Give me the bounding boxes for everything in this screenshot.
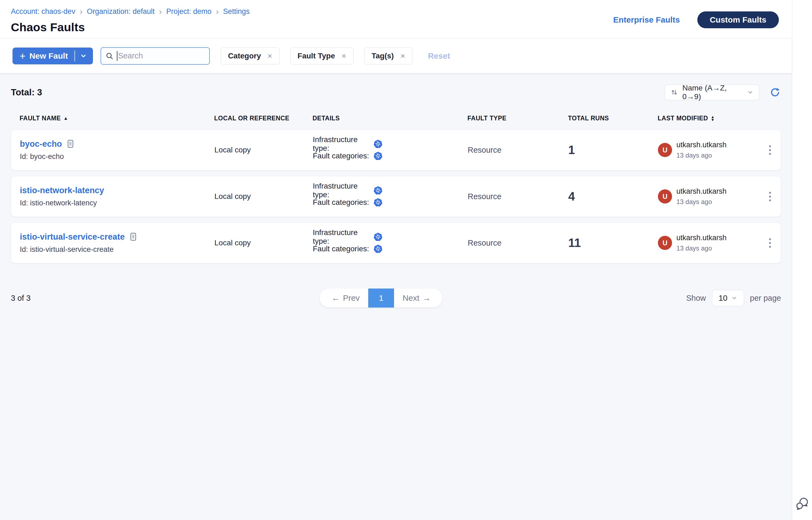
fault-categories-label: Fault categories: xyxy=(313,152,373,160)
refresh-icon[interactable] xyxy=(769,86,781,98)
next-page-button[interactable]: Next → xyxy=(394,288,443,308)
new-fault-label: New Fault xyxy=(29,51,68,60)
fault-categories-label: Fault categories: xyxy=(313,244,373,253)
sort-dropdown[interactable]: Name (A→Z, 0→9) xyxy=(665,84,759,100)
fault-id: Id: istio-network-latency xyxy=(20,199,214,207)
prev-page-button[interactable]: ← Prev xyxy=(320,288,368,308)
prev-label: Prev xyxy=(343,293,360,303)
custom-faults-button[interactable]: Custom Faults xyxy=(697,11,779,28)
fault-row: istio-network-latency Id: istio-network-… xyxy=(11,176,781,217)
page-size-select[interactable]: 10 xyxy=(712,290,744,306)
toolbar: + New Fault Category × Fault Type × xyxy=(0,38,792,73)
close-icon[interactable]: × xyxy=(341,52,347,60)
content-area: Total: 3 Name (A→Z, 0→9) FAULT NAME xyxy=(0,73,792,520)
next-label: Next xyxy=(403,293,419,303)
fault-name-cell: byoc-echo Id: byoc-echo xyxy=(20,139,214,161)
details-cell: Infrastructure type: Fault categories: xyxy=(313,138,468,162)
chevron-right-icon: › xyxy=(216,7,219,16)
search-box[interactable] xyxy=(101,47,210,64)
kebab-menu-icon[interactable] xyxy=(759,189,781,204)
local-or-reference-value: Local copy xyxy=(214,238,313,247)
description-icon[interactable] xyxy=(130,232,137,242)
breadcrumb-project[interactable]: Project: demo xyxy=(166,7,212,16)
filter-chip-tags[interactable]: Tag(s) × xyxy=(364,48,412,64)
fault-categories-label: Fault categories: xyxy=(313,198,373,207)
page: Account: chaos-dev › Organization: defau… xyxy=(0,0,812,520)
column-fault-type: FAULT TYPE xyxy=(467,115,568,122)
right-rail xyxy=(792,0,812,520)
fault-type-value: Resource xyxy=(468,238,568,248)
kubernetes-icon xyxy=(373,244,383,254)
total-runs-value: 1 xyxy=(568,143,658,157)
filter-chip-category[interactable]: Category × xyxy=(221,48,280,64)
chip-label: Category xyxy=(228,52,261,60)
avatar: U xyxy=(658,236,672,250)
column-last-modified[interactable]: LAST MODIFIED ▲▼ xyxy=(658,115,759,122)
per-page-label: per page xyxy=(750,294,781,303)
fault-name-link[interactable]: istio-virtual-service-create xyxy=(20,232,125,242)
close-icon[interactable]: × xyxy=(268,52,272,60)
kubernetes-icon xyxy=(373,151,383,161)
sort-value: Name (A→Z, 0→9) xyxy=(682,84,747,101)
fault-name-link[interactable]: byoc-echo xyxy=(20,139,62,149)
breadcrumb-organization[interactable]: Organization: default xyxy=(87,7,155,16)
chevron-down-icon xyxy=(747,89,754,96)
sort-both-icon: ▲▼ xyxy=(711,115,714,122)
details-cell: Infrastructure type: Fault categories: xyxy=(313,184,468,208)
arrow-left-icon: ← xyxy=(332,293,340,303)
column-local-or-reference: LOCAL OR REFERENCE xyxy=(214,115,312,122)
fault-id: Id: istio-virtual-service-create xyxy=(20,245,214,254)
filter-chip-fault-type[interactable]: Fault Type × xyxy=(290,48,354,64)
column-label: FAULT NAME xyxy=(20,115,61,122)
breadcrumb-account[interactable]: Account: chaos-dev xyxy=(11,7,75,16)
description-icon[interactable] xyxy=(67,139,74,149)
breadcrumb-settings[interactable]: Settings xyxy=(223,7,250,16)
details-cell: Infrastructure type: Fault categories: xyxy=(313,231,468,255)
pagination: 3 of 3 ← Prev 1 Next → xyxy=(11,288,781,308)
chevron-right-icon: › xyxy=(80,7,83,16)
kubernetes-icon xyxy=(373,198,383,207)
last-modified-cell: U utkarsh.utkarsh 13 days ago xyxy=(658,187,759,206)
infrastructure-type-label: Infrastructure type: xyxy=(313,228,373,245)
sort-updown-icon xyxy=(670,88,678,96)
close-icon[interactable]: × xyxy=(400,52,405,60)
kebab-menu-icon[interactable] xyxy=(759,236,781,251)
modified-by: utkarsh.utkarsh xyxy=(677,141,727,149)
new-fault-button[interactable]: + New Fault xyxy=(12,48,93,64)
infrastructure-type-label: Infrastructure type: xyxy=(313,182,373,199)
column-fault-name[interactable]: FAULT NAME ▲ xyxy=(20,115,214,122)
main-area: Account: chaos-dev › Organization: defau… xyxy=(0,0,792,520)
modified-by: utkarsh.utkarsh xyxy=(677,187,727,196)
page-size-value: 10 xyxy=(718,294,727,303)
chat-icon[interactable] xyxy=(795,497,809,511)
pagination-range: 3 of 3 xyxy=(11,294,76,303)
kubernetes-icon xyxy=(373,232,383,242)
column-label: LOCAL OR REFERENCE xyxy=(214,115,289,122)
enterprise-faults-link[interactable]: Enterprise Faults xyxy=(613,15,680,24)
chevron-down-icon[interactable] xyxy=(80,52,87,59)
table-column-headers: FAULT NAME ▲ LOCAL OR REFERENCE DETAILS … xyxy=(11,115,781,122)
current-page-button[interactable]: 1 xyxy=(368,288,394,308)
column-details: DETAILS xyxy=(312,115,467,122)
kubernetes-icon xyxy=(373,139,383,149)
show-label: Show xyxy=(686,294,706,303)
search-icon xyxy=(105,52,113,60)
fault-type-value: Resource xyxy=(468,146,568,155)
column-label: DETAILS xyxy=(312,115,340,122)
chevron-right-icon: › xyxy=(159,7,162,16)
avatar: U xyxy=(658,143,672,157)
last-modified-cell: U utkarsh.utkarsh 13 days ago xyxy=(658,234,759,252)
kebab-menu-icon[interactable] xyxy=(759,142,781,158)
fault-name-link[interactable]: istio-network-latency xyxy=(20,186,104,196)
search-input[interactable] xyxy=(118,51,200,60)
sort-ascending-icon: ▲ xyxy=(64,116,68,121)
last-modified-cell: U utkarsh.utkarsh 13 days ago xyxy=(658,141,759,159)
total-count: Total: 3 xyxy=(11,87,42,98)
top-header: Account: chaos-dev › Organization: defau… xyxy=(0,0,792,38)
fault-name-cell: istio-network-latency Id: istio-network-… xyxy=(20,186,214,207)
modified-time: 13 days ago xyxy=(677,244,727,252)
modified-time: 13 days ago xyxy=(677,198,727,206)
total-runs-value: 4 xyxy=(568,190,658,203)
reset-filters-link[interactable]: Reset xyxy=(428,51,450,60)
fault-type-value: Resource xyxy=(468,192,568,201)
